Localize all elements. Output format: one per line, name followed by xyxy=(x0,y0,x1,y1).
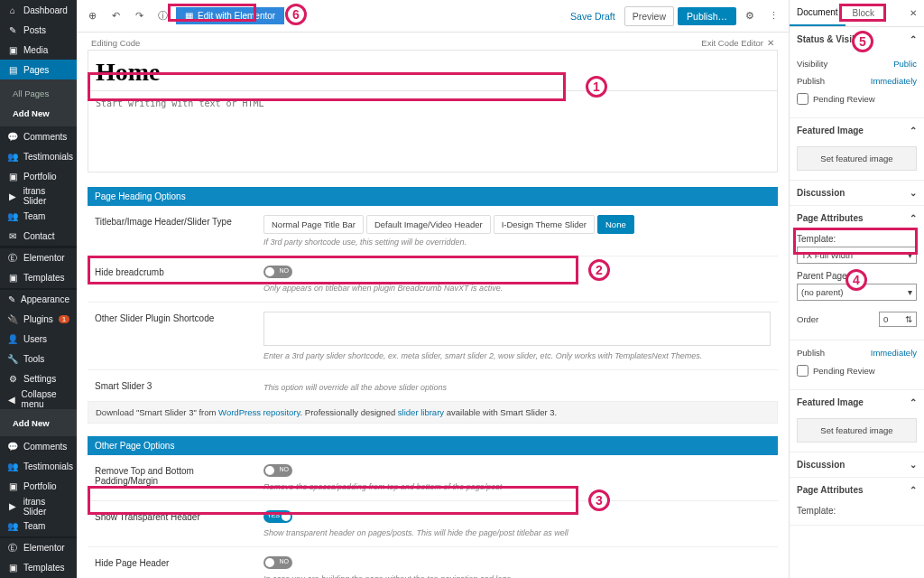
sidebar-item-elementor[interactable]: ⒺElementor xyxy=(0,248,77,268)
featured-image-header[interactable]: Featured Image⌃ xyxy=(790,118,924,143)
publish-label: Publish xyxy=(797,76,825,86)
sidebar-item-templates-2[interactable]: ▣Templates xyxy=(0,558,77,578)
template-select[interactable]: TX Full Width▾ xyxy=(797,247,917,264)
sidebar-item-itrans[interactable]: ▶itrans Slider xyxy=(0,186,77,206)
portfolio-icon: ▣ xyxy=(7,480,18,491)
transparent-header-hint: Show transparent header on pages/posts. … xyxy=(263,528,771,537)
remove-padding-toggle[interactable]: NOYES xyxy=(263,464,292,477)
pending-review-checkbox[interactable] xyxy=(797,93,808,105)
slider-shortcode-label: Other Slider Plugin Shortcode xyxy=(95,312,253,323)
sidebar-item-users[interactable]: 👤Users xyxy=(0,330,77,350)
close-icon: ✕ xyxy=(910,8,917,18)
sidebar-item-contact[interactable]: ✉Contact xyxy=(0,226,77,246)
tab-block[interactable]: Block xyxy=(845,1,882,25)
sidebar-item-appearance[interactable]: ✎Appearance xyxy=(0,290,77,310)
sidebar-item-all-pages[interactable]: All Pages xyxy=(0,83,77,103)
hide-page-header-toggle[interactable]: NOYES xyxy=(263,556,292,569)
titlebar-opt-image[interactable]: Default Image/Video Header xyxy=(366,215,491,234)
close-panel-button[interactable]: ✕ xyxy=(902,5,924,22)
gear-icon: ⚙ xyxy=(745,10,754,22)
sidebar-item-posts[interactable]: ✎Posts xyxy=(0,20,77,40)
callout-2: 2 xyxy=(588,259,610,281)
slider-shortcode-input[interactable] xyxy=(263,312,771,346)
transparent-header-toggle[interactable]: NOYES xyxy=(263,510,292,523)
sidebar-item-media[interactable]: ▣Media xyxy=(0,40,77,60)
sidebar-item-add-new-2[interactable]: Add New xyxy=(0,413,77,433)
sidebar-item-plugins[interactable]: 🔌Plugins1 xyxy=(0,310,77,330)
titlebar-opt-none[interactable]: None xyxy=(597,215,634,234)
sidebar-item-itrans-2[interactable]: ▶itrans Slider xyxy=(0,496,77,516)
set-featured-image-button-2[interactable]: Set featured image xyxy=(797,418,917,443)
settings-toggle-button[interactable]: ⚙ xyxy=(740,6,760,26)
sidebar-item-portfolio[interactable]: ▣Portfolio xyxy=(0,166,77,186)
set-featured-image-button[interactable]: Set featured image xyxy=(797,146,917,171)
pin-icon: ✎ xyxy=(7,24,18,35)
sidebar-item-pages[interactable]: ▤Pages xyxy=(0,60,77,79)
plugin-icon: 🔌 xyxy=(7,314,18,325)
hide-breadcrumb-hint: Only appears on titlebar when plugin Bre… xyxy=(263,284,771,293)
close-icon: ✕ xyxy=(767,38,774,48)
sidebar-item-tools[interactable]: 🔧Tools xyxy=(0,350,77,369)
sidebar-item-settings[interactable]: ⚙Settings xyxy=(0,369,77,389)
undo-button[interactable]: ↶ xyxy=(106,6,125,26)
sidebar-item-comments[interactable]: 💬Comments xyxy=(0,126,77,146)
pending-review-label-2: Pending Review xyxy=(813,366,875,376)
templates-icon: ▣ xyxy=(7,273,18,284)
callout-6: 6 xyxy=(285,4,307,25)
sidebar-item-comments-2[interactable]: 💬Comments xyxy=(0,436,77,456)
redo-button[interactable]: ↷ xyxy=(129,6,149,26)
chevron-up-icon: ⌃ xyxy=(910,213,917,223)
publish-button[interactable]: Publish… xyxy=(678,7,736,25)
add-block-button[interactable]: ⊕ xyxy=(82,6,102,26)
smartslider-download-bar: Download "Smart Slider 3" from WordPress… xyxy=(88,401,778,424)
page-attributes-header[interactable]: Page Attributes⌃ xyxy=(790,206,924,230)
more-button[interactable]: ⋮ xyxy=(763,6,783,26)
stepper-icon: ⇅ xyxy=(905,314,912,324)
preview-button[interactable]: Preview xyxy=(624,6,674,26)
elementor-logo-icon: ▦ xyxy=(185,11,193,21)
discussion-header-2[interactable]: Discussion⌄ xyxy=(790,452,924,477)
comment-icon: 💬 xyxy=(7,441,18,452)
edit-with-elementor-button[interactable]: ▦Edit with Elementor xyxy=(176,7,284,24)
sidebar-item-dashboard[interactable]: ⌂Dashboard xyxy=(0,0,77,20)
sidebar-item-team-2[interactable]: 👥Team xyxy=(0,517,77,536)
remove-padding-hint: Remove the spaces/padding from top and b… xyxy=(263,482,771,491)
discussion-header[interactable]: Discussion⌄ xyxy=(790,181,924,205)
sidebar-item-collapse[interactable]: ◀Collapse menu xyxy=(0,389,77,409)
transparent-header-label: Show Transparent Header xyxy=(95,510,253,522)
publish-value[interactable]: Immediately xyxy=(871,76,917,86)
publish-label-2: Publish xyxy=(797,348,825,358)
page-title-input[interactable] xyxy=(88,51,777,90)
titlebar-opt-normal[interactable]: Normal Page Title Bar xyxy=(263,215,364,234)
remove-padding-label: Remove Top and Bottom Padding/Margin xyxy=(95,464,253,486)
smartslider-label: Smart Slider 3 xyxy=(95,379,253,391)
publish-value-2[interactable]: Immediately xyxy=(871,348,917,358)
sidebar-item-templates[interactable]: ▣Templates xyxy=(0,268,77,288)
slider-icon: ▶ xyxy=(7,501,18,512)
featured-image-header-2[interactable]: Featured Image⌃ xyxy=(790,390,924,415)
page-body-textarea[interactable] xyxy=(88,91,778,172)
save-draft-button[interactable]: Save Draft xyxy=(565,7,621,25)
pending-review-checkbox-2[interactable] xyxy=(797,365,808,377)
sidebar-item-testimonials[interactable]: 👥Testimonials xyxy=(0,146,77,166)
exit-code-editor-button[interactable]: Exit Code Editor✕ xyxy=(701,38,774,48)
sidebar-item-add-new[interactable]: Add New xyxy=(0,103,77,123)
user-icon: 👤 xyxy=(7,334,18,345)
visibility-value[interactable]: Public xyxy=(893,59,917,69)
info-button[interactable]: ⓘ xyxy=(152,6,172,26)
hide-breadcrumb-toggle[interactable]: NOYES xyxy=(263,266,292,278)
wp-repo-link[interactable]: WordPress repository xyxy=(218,407,300,417)
slider-library-link[interactable]: slider library xyxy=(398,407,444,417)
sidebar-item-team[interactable]: 👥Team xyxy=(0,206,77,226)
hide-page-header-hint: In case you are building the page withou… xyxy=(263,574,771,578)
dropdown-icon: ▾ xyxy=(908,250,912,260)
titlebar-opt-idesign[interactable]: I-Design Theme Slider xyxy=(494,215,595,234)
page-attributes-header-2[interactable]: Page Attributes⌃ xyxy=(790,478,924,502)
sidebar-item-portfolio-2[interactable]: ▣Portfolio xyxy=(0,476,77,496)
sidebar-item-elementor-2[interactable]: ⒺElementor xyxy=(0,538,77,558)
elementor-icon: Ⓔ xyxy=(7,253,18,264)
comment-icon: 💬 xyxy=(7,131,18,142)
sidebar-item-testimonials-2[interactable]: 👥Testimonials xyxy=(0,456,77,476)
tab-document[interactable]: Document xyxy=(790,0,845,26)
order-input[interactable]: 0⇅ xyxy=(879,312,917,327)
